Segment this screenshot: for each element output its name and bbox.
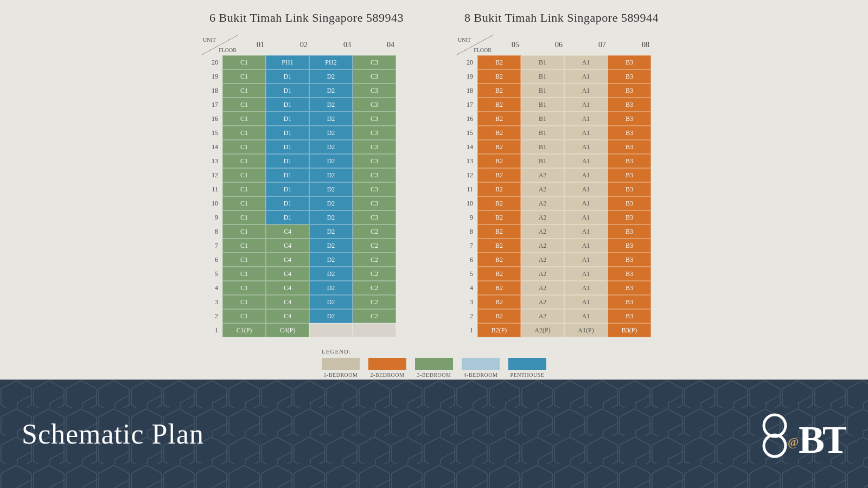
table-cell: B2 — [477, 224, 521, 239]
table-cell: B3 — [608, 126, 651, 140]
buildings-row: 6 Bukit Timah Link Singapore 589943 UNIT… — [0, 11, 868, 337]
table-cell: B2 — [477, 281, 521, 295]
table-cell: D1 — [266, 196, 309, 210]
table-row: C1D1D2C3 — [222, 154, 396, 168]
table-cell: D1 — [266, 210, 309, 224]
table-cell: C2 — [353, 295, 396, 309]
table-row: B2B1A1B3 — [477, 126, 651, 140]
main-area: 6 Bukit Timah Link Singapore 589943 UNIT… — [0, 0, 868, 380]
legend-item: 3-BEDROOM — [415, 358, 453, 378]
table-cell: B3 — [608, 281, 651, 295]
floor-label: FLOOR — [219, 47, 237, 53]
table-cell: B2 — [477, 55, 521, 69]
table-cell: C1 — [222, 309, 266, 323]
table-cell: D2 — [309, 98, 353, 112]
table-cell: A1 — [564, 295, 608, 309]
table-cell: C3 — [353, 140, 396, 154]
table-cell: PH1 — [266, 55, 309, 69]
table-cell: C3 — [353, 168, 396, 182]
legend-label: PENTHOUSE — [510, 372, 545, 378]
legend-items: 1-BEDROOM2-BEDROOM3-BEDROOM4-BEDROOMPENT… — [322, 358, 546, 378]
floor-num: 17 — [201, 98, 222, 112]
table-cell: C1 — [222, 69, 266, 84]
table-cell: C1 — [222, 196, 266, 210]
floor-num: 1 — [201, 323, 222, 337]
table-row: B2A2A1B3 — [477, 224, 651, 239]
table-cell: B3 — [608, 69, 651, 84]
table-row: C1PH1PH2C3 — [222, 55, 396, 69]
floor-num: 12 — [201, 168, 222, 182]
table-cell: C3 — [353, 126, 396, 140]
table-cell: PH2 — [309, 55, 353, 69]
floor-num: 20 — [456, 55, 477, 69]
col-header-03: 03 — [326, 35, 369, 55]
table-row: B2B1A1B3 — [477, 98, 651, 112]
table-cell: A1 — [564, 84, 608, 98]
table-cell: C1 — [222, 84, 266, 98]
table-row: C1C4D2C2 — [222, 267, 396, 281]
floor-num: 18 — [201, 84, 222, 98]
floor-num: 11 — [201, 182, 222, 196]
table-cell: B3 — [608, 112, 651, 126]
table-row: B2B1A1B3 — [477, 154, 651, 168]
table-cell: D2 — [309, 210, 353, 224]
legend-item: 1-BEDROOM — [322, 358, 360, 378]
floor-num: 19 — [201, 69, 222, 84]
unit-floor-corner-2: UNIT FLOOR — [456, 35, 494, 55]
table-row: B2A2A1B3 — [477, 168, 651, 182]
floor-num: 3 — [456, 295, 477, 309]
col-header-08: 08 — [624, 35, 667, 55]
table-cell: A1 — [564, 224, 608, 239]
table-cell: A2 — [521, 168, 564, 182]
table-row: B2A2A1B3 — [477, 239, 651, 253]
col-header-01: 01 — [239, 35, 282, 55]
table-cell: B2 — [477, 140, 521, 154]
table-cell: A1 — [564, 182, 608, 196]
table-cell: D1 — [266, 168, 309, 182]
table-cell: D2 — [309, 309, 353, 323]
table-cell: B2 — [477, 112, 521, 126]
table-cell: D2 — [309, 84, 353, 98]
table-cell: C2 — [353, 253, 396, 267]
table-cell: A1 — [564, 98, 608, 112]
table-cell: D2 — [309, 154, 353, 168]
table-cell: C1 — [222, 210, 266, 224]
table-cell: B2 — [477, 84, 521, 98]
table-cell: C3 — [353, 210, 396, 224]
table-cell: A1 — [564, 281, 608, 295]
table-cell: B3 — [608, 182, 651, 196]
floor-num: 6 — [456, 253, 477, 267]
table-cell: A1 — [564, 55, 608, 69]
table-cell: C1 — [222, 154, 266, 168]
legend-label: 1-BEDROOM — [324, 372, 358, 378]
floor-num: 14 — [456, 140, 477, 154]
table-cell: A1 — [564, 168, 608, 182]
table-cell: B3 — [608, 154, 651, 168]
table-cell: C4 — [266, 309, 309, 323]
table-cell: B2 — [477, 196, 521, 210]
table-cell: D1 — [266, 98, 309, 112]
legend-swatch — [508, 358, 546, 370]
table-row: C1D1D2C3 — [222, 69, 396, 84]
table-cell — [309, 323, 353, 337]
floor-num: 2 — [456, 309, 477, 323]
footer-logo: @ BT — [760, 407, 846, 461]
table-row: B2B1A1B3 — [477, 84, 651, 98]
table-row: B2(P)A2(P)A1(P)B3(P) — [477, 323, 651, 337]
table-cell: C3 — [353, 69, 396, 84]
table-row: B2A2A1B3 — [477, 309, 651, 323]
table-cell: C4 — [266, 224, 309, 239]
building1-title: 6 Bukit Timah Link Singapore 589943 — [209, 11, 404, 25]
floor-num: 7 — [201, 239, 222, 253]
table-cell: C1 — [222, 140, 266, 154]
footer-bar: Schematic Plan @ BT — [0, 380, 868, 488]
table-cell: C3 — [353, 196, 396, 210]
building2-block: 8 Bukit Timah Link Singapore 589944 UNIT… — [456, 11, 667, 337]
table-cell: A2 — [521, 309, 564, 323]
legend-label: 4-BEDROOM — [464, 372, 498, 378]
table-cell: C1 — [222, 112, 266, 126]
table-cell: C3 — [353, 182, 396, 196]
floor-num: 3 — [201, 295, 222, 309]
table-cell: C3 — [353, 112, 396, 126]
table-cell: B3 — [608, 140, 651, 154]
